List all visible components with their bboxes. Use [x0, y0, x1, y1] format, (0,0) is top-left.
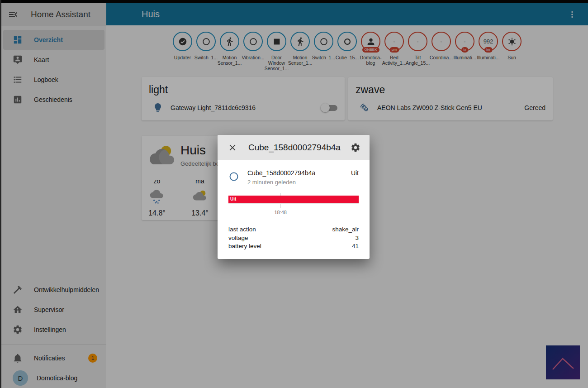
- history-bar-label: Uit: [230, 196, 236, 201]
- radiobox-blank-icon: [228, 171, 239, 182]
- dialog-entity-state: Uit: [351, 169, 359, 177]
- dialog-gear-icon[interactable]: [351, 143, 360, 153]
- history-bar: Uit: [228, 196, 359, 204]
- chart-tick-label: 18:48: [274, 210, 287, 215]
- attribute-row: battery level 41: [228, 242, 359, 251]
- attributes-list: last action shake_air voltage 3 battery …: [228, 225, 359, 251]
- window-left-edge: [0, 0, 1, 388]
- home-assistant-screen: Home Assistant Overzicht Kaart Logboek G…: [0, 0, 588, 388]
- dialog-header: Cube_158d0002794b4a: [218, 135, 370, 160]
- attribute-row: voltage 3: [228, 234, 359, 243]
- dialog-title: Cube_158d0002794b4a: [248, 143, 351, 153]
- dialog-body: Cube_158d0002794b4a 2 minuten geleden Ui…: [218, 160, 370, 259]
- attribute-row: last action shake_air: [228, 225, 359, 234]
- window-top-edge: [0, 0, 588, 3]
- close-icon[interactable]: [228, 143, 237, 153]
- dialog-entity-name: Cube_158d0002794b4a: [247, 169, 315, 177]
- dialog-entity-last-changed: 2 minuten geleden: [247, 179, 315, 186]
- dialog-entity-text: Cube_158d0002794b4a 2 minuten geleden: [247, 169, 315, 186]
- dialog-entity-row[interactable]: Cube_158d0002794b4a 2 minuten geleden Ui…: [228, 166, 359, 186]
- history-chart: Uit 18:48: [228, 196, 359, 217]
- entity-dialog: Cube_158d0002794b4a Cube_158d0002794b4a …: [218, 135, 370, 259]
